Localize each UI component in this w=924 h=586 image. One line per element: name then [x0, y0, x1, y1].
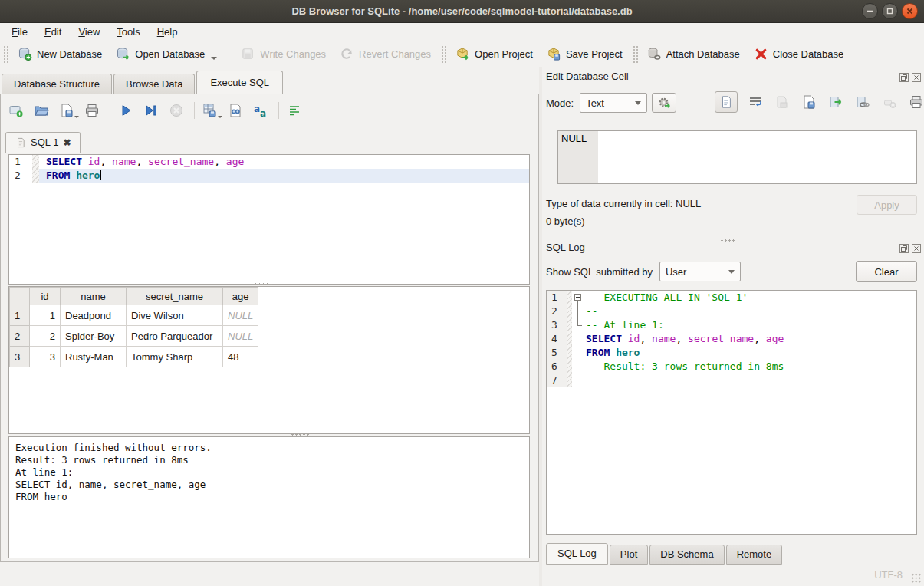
- dock-tab-db-schema[interactable]: DB Schema: [649, 545, 724, 565]
- table-cell[interactable]: Pedro Parqueador: [127, 326, 223, 347]
- menu-edit[interactable]: Edit: [36, 25, 70, 39]
- row-header[interactable]: 3: [10, 347, 30, 367]
- auto-complete-icon[interactable]: aa: [252, 101, 270, 120]
- toolbar-handle[interactable]: [632, 44, 638, 63]
- menu-help[interactable]: Help: [149, 25, 186, 39]
- tab-database-structure[interactable]: Database Structure: [2, 74, 112, 94]
- save-project-button[interactable]: Save Project: [540, 44, 630, 64]
- table-cell[interactable]: Dive Wilson: [127, 305, 223, 326]
- close-database-button[interactable]: Close Database: [747, 44, 851, 64]
- format-sql-icon[interactable]: [285, 101, 304, 120]
- fold-line: [577, 305, 578, 318]
- column-header-name[interactable]: name: [61, 288, 127, 305]
- chevron-down-icon[interactable]: [211, 57, 217, 60]
- close-tab-icon[interactable]: ✖: [63, 137, 71, 148]
- sql-token: ,: [136, 156, 148, 167]
- table-cell[interactable]: 2: [30, 326, 61, 347]
- open-tab-icon[interactable]: [7, 101, 25, 120]
- column-header-age[interactable]: age: [223, 288, 258, 305]
- sql-tab[interactable]: SQL 1 ✖: [5, 132, 81, 153]
- table-cell[interactable]: 1: [30, 305, 61, 326]
- toolbar-handle[interactable]: [2, 44, 8, 63]
- clear-log-button[interactable]: Clear: [856, 261, 917, 282]
- new-database-button[interactable]: New Database: [11, 44, 109, 64]
- fold-column: [572, 360, 584, 374]
- tab-execute-sql[interactable]: Execute SQL: [196, 71, 283, 94]
- cell-editor[interactable]: NULL: [557, 130, 917, 184]
- edit-cell-dock-buttons: [899, 72, 921, 82]
- table-cell[interactable]: 48: [223, 347, 258, 367]
- table-cell[interactable]: Deadpond: [61, 305, 127, 326]
- close-panel-icon[interactable]: [911, 243, 921, 253]
- open-sql-file-icon[interactable]: [32, 101, 51, 120]
- dock-tab-plot[interactable]: Plot: [610, 545, 648, 565]
- resize-grip[interactable]: [911, 573, 921, 583]
- sql-log-view[interactable]: 1-- EXECUTING ALL IN 'SQL 1'2--3-- At li…: [546, 290, 917, 535]
- stop-icon: [167, 101, 186, 120]
- window-controls: [862, 3, 918, 19]
- fold-margin: [567, 374, 572, 387]
- row-header[interactable]: 2: [10, 326, 30, 347]
- column-header-secret_name[interactable]: secret_name: [127, 288, 223, 305]
- execute-all-icon[interactable]: [117, 101, 135, 120]
- float-panel-icon[interactable]: [899, 243, 909, 253]
- save-as-icon[interactable]: [800, 93, 818, 111]
- menu-file[interactable]: File: [3, 25, 36, 39]
- table-cell[interactable]: Spider-Boy: [61, 326, 127, 347]
- sql-token: name: [112, 156, 136, 167]
- toolbar-button-label: New Database: [37, 48, 102, 60]
- sql-tab-label: SQL 1: [31, 137, 58, 148]
- collapse-icon[interactable]: [574, 294, 581, 301]
- chevron-down-icon[interactable]: [218, 116, 222, 118]
- table-cell[interactable]: NULL: [223, 305, 258, 326]
- sql-token: [622, 333, 628, 344]
- word-wrap-icon[interactable]: [746, 93, 765, 111]
- editor-code: FROM hero: [39, 169, 529, 183]
- close-panel-icon[interactable]: [911, 72, 921, 82]
- sql-log-title: SQL Log: [546, 242, 585, 253]
- export-icon[interactable]: [827, 93, 845, 111]
- sql-editor[interactable]: 1SELECT id, name, secret_name, age2FROM …: [8, 154, 530, 285]
- table-cell[interactable]: Rusty-Man: [61, 347, 127, 367]
- table-cell[interactable]: Tommy Sharp: [127, 347, 223, 367]
- fold-margin: [32, 169, 39, 183]
- table-cell[interactable]: 3: [30, 347, 61, 367]
- menu-tools[interactable]: Tools: [108, 25, 148, 39]
- attach-database-button[interactable]: Attach Database: [640, 44, 747, 64]
- link-icon[interactable]: [853, 93, 872, 111]
- print-cell-icon[interactable]: [907, 93, 924, 111]
- save-sql-file-icon[interactable]: [58, 101, 76, 120]
- line-number: 6: [547, 360, 567, 374]
- fold-column[interactable]: [572, 291, 584, 305]
- sql-token: [610, 347, 616, 358]
- chevron-down-icon[interactable]: [74, 116, 79, 118]
- find-replace-icon[interactable]: [226, 101, 245, 120]
- toolbar-handle[interactable]: [440, 44, 446, 63]
- open-database-button[interactable]: Open Database: [109, 44, 224, 64]
- sql-token: ,: [640, 333, 652, 344]
- menu-view[interactable]: View: [70, 25, 108, 39]
- minimize-icon[interactable]: [862, 3, 878, 19]
- fold-column: [572, 346, 584, 360]
- splitter-handle[interactable]: [720, 239, 735, 242]
- auto-switch-mode-button[interactable]: [652, 93, 676, 113]
- row-header[interactable]: 1: [10, 305, 30, 326]
- close-icon[interactable]: [902, 3, 918, 19]
- submitted-by-select[interactable]: User: [659, 262, 741, 281]
- maximize-icon[interactable]: [882, 3, 898, 19]
- print-icon[interactable]: [83, 101, 101, 120]
- open-project-button[interactable]: Open Project: [449, 44, 540, 64]
- mode-select[interactable]: Text: [580, 93, 647, 113]
- execute-line-icon[interactable]: [142, 101, 160, 120]
- toolbar-button-label: Save Project: [566, 48, 623, 60]
- table-cell[interactable]: NULL: [223, 326, 258, 347]
- save-results-icon[interactable]: [201, 101, 219, 120]
- apply-button[interactable]: Apply: [857, 195, 917, 215]
- dock-tab-sql-log[interactable]: SQL Log: [546, 543, 608, 565]
- column-header-id[interactable]: id: [30, 288, 61, 305]
- dock-tab-remote[interactable]: Remote: [726, 545, 783, 565]
- float-panel-icon[interactable]: [899, 72, 909, 82]
- text-mode-icon[interactable]: [715, 91, 738, 113]
- tab-browse-data[interactable]: Browse Data: [113, 74, 195, 94]
- filter-value: User: [666, 266, 686, 278]
